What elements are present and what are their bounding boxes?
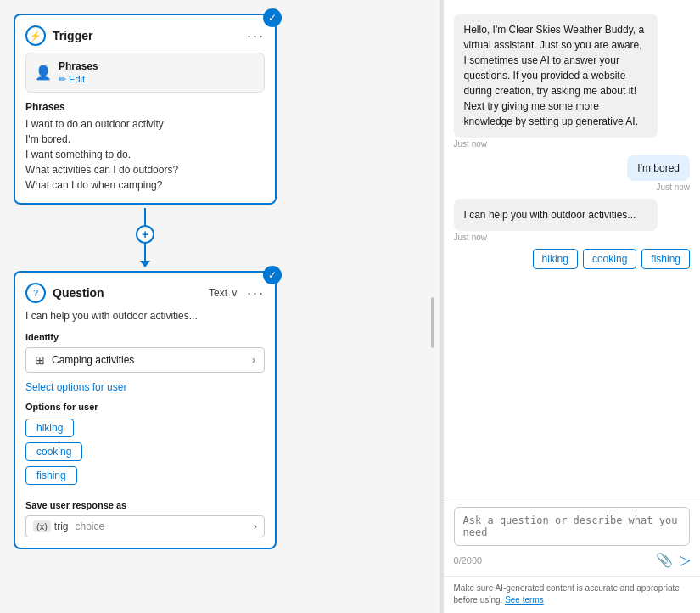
scrollbar-indicator xyxy=(431,297,434,348)
question-icon: ? xyxy=(25,283,46,303)
bot-reply-bubble: I can help you with outdoor activities..… xyxy=(454,199,658,231)
option-tag-fishing[interactable]: fishing xyxy=(25,466,77,485)
question-card: ? Question Text ∨ ··· ✓ I can help you w… xyxy=(14,271,277,549)
chat-disclaimer: Make sure AI-generated content is accura… xyxy=(444,576,700,613)
phrases-heading: Phrases xyxy=(25,101,265,113)
bot-intro-bubble: Hello, I'm Clear Skies Weather Buddy, a … xyxy=(454,14,690,149)
connector-line-top xyxy=(144,208,146,225)
disclaimer-text: Make sure AI-generated content is accura… xyxy=(454,583,680,605)
option-tag-cooking[interactable]: cooking xyxy=(25,442,82,461)
bot-reply-container: I can help you with outdoor activities..… xyxy=(454,199,690,242)
trigger-card-header: ⚡ Trigger ··· xyxy=(25,25,265,46)
chevron-down-icon: ∨ xyxy=(231,287,238,299)
select-options-link[interactable]: Select options for user xyxy=(25,381,265,393)
chat-timestamp-2: Just now xyxy=(657,183,690,192)
chat-option-fishing[interactable]: fishing xyxy=(641,249,690,269)
table-icon: ⊞ xyxy=(35,353,45,367)
chat-timestamp-1: Just now xyxy=(454,139,690,149)
question-message: I can help you with outdoor activities..… xyxy=(25,310,265,322)
phrases-inner-content: Phrases ✏ Edit xyxy=(59,60,98,85)
phrase-4: What activities can I do outdoors? xyxy=(25,162,265,177)
trigger-menu-button[interactable]: ··· xyxy=(247,27,265,45)
connector-line-bottom xyxy=(144,244,146,261)
phrases-edit-link[interactable]: ✏ Edit xyxy=(59,74,98,85)
question-check-icon: ✓ xyxy=(263,266,282,284)
question-card-header: ? Question Text ∨ ··· xyxy=(25,283,265,303)
save-var-name: trig xyxy=(54,520,69,532)
connector: + xyxy=(14,208,277,267)
identify-left: ⊞ Camping activities xyxy=(35,353,134,367)
trigger-check-icon: ✓ xyxy=(263,8,282,27)
question-header-left: ? Question xyxy=(25,283,104,303)
identify-entity-box[interactable]: ⊞ Camping activities › xyxy=(25,347,265,373)
trigger-icon: ⚡ xyxy=(25,25,46,46)
send-button[interactable]: ▷ xyxy=(680,552,690,568)
phrases-section: Phrases I want to do an outdoor activity… xyxy=(25,101,265,193)
chat-input-area: 0/2000 📎 ▷ xyxy=(444,498,700,576)
identify-label: Identify xyxy=(25,332,265,342)
chat-options-row: hiking cooking fishing xyxy=(533,249,690,269)
phrase-3: I want something to do. xyxy=(25,147,265,162)
save-response-left: (x) trig choice xyxy=(33,520,104,532)
right-panel: Hello, I'm Clear Skies Weather Buddy, a … xyxy=(443,0,700,613)
phrase-1: I want to do an outdoor activity xyxy=(25,116,265,132)
save-var-value: choice xyxy=(76,520,105,532)
phrases-inner-box: 👤 Phrases ✏ Edit xyxy=(25,53,265,93)
attachment-button[interactable]: 📎 xyxy=(656,552,673,568)
trigger-card: ⚡ Trigger ··· ✓ 👤 Phrases ✏ Edit Phrases… xyxy=(14,14,277,205)
save-var-prefix: (x) xyxy=(33,520,51,532)
trigger-title: Trigger xyxy=(53,29,92,42)
chat-input-footer: 0/2000 📎 ▷ xyxy=(454,552,690,568)
add-node-button[interactable]: + xyxy=(136,225,154,244)
user-message-container: I'm bored Just now xyxy=(454,155,690,192)
left-panel: ⚡ Trigger ··· ✓ 👤 Phrases ✏ Edit Phrases… xyxy=(0,0,440,613)
phrase-5: What can I do when camping? xyxy=(25,177,265,193)
question-menu-button[interactable]: ··· xyxy=(247,284,265,302)
option-cooking: cooking xyxy=(25,442,265,466)
phrases-inner-title: Phrases xyxy=(59,60,98,72)
chat-timestamp-3: Just now xyxy=(454,233,690,242)
chat-area: Hello, I'm Clear Skies Weather Buddy, a … xyxy=(444,0,700,498)
options-label: Options for user xyxy=(25,402,265,412)
save-response-chevron: › xyxy=(254,520,257,532)
identify-entity-text: Camping activities xyxy=(52,354,134,366)
question-title: Question xyxy=(53,286,104,300)
option-hiking: hiking xyxy=(25,419,265,442)
identify-chevron-icon: › xyxy=(252,354,255,366)
bot-intro-text: Hello, I'm Clear Skies Weather Buddy, a … xyxy=(454,14,658,138)
chat-input-icons: 📎 ▷ xyxy=(656,552,690,568)
chat-option-cooking[interactable]: cooking xyxy=(583,249,636,269)
phrase-2: I'm bored. xyxy=(25,132,265,147)
trigger-header-left: ⚡ Trigger xyxy=(25,25,92,46)
phrases-person-icon: 👤 xyxy=(35,65,52,81)
connector-arrow xyxy=(140,261,150,267)
chat-input-field[interactable] xyxy=(454,507,690,546)
save-response-box[interactable]: (x) trig choice › xyxy=(25,515,265,537)
save-response-label: Save user response as xyxy=(25,500,265,510)
user-message-bubble: I'm bored xyxy=(627,155,690,181)
disclaimer-link[interactable]: See terms xyxy=(505,595,544,605)
question-type-dropdown[interactable]: Text ∨ xyxy=(209,287,238,299)
chat-option-hiking[interactable]: hiking xyxy=(533,249,578,269)
option-fishing: fishing xyxy=(25,466,265,490)
char-count: 0/2000 xyxy=(454,555,483,565)
option-tag-hiking[interactable]: hiking xyxy=(25,419,74,437)
